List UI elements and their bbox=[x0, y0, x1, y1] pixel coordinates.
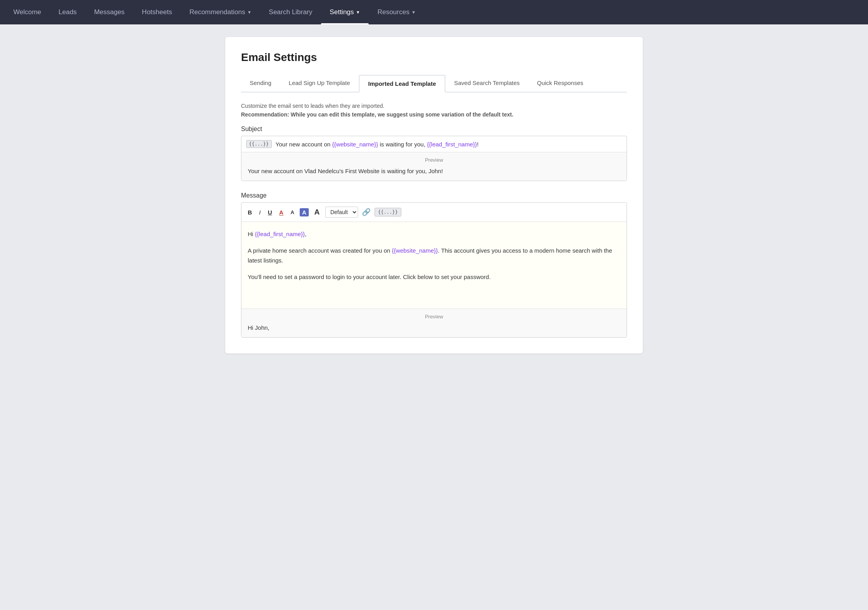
chevron-down-icon: ▼ bbox=[356, 10, 360, 15]
nav-recommendations[interactable]: Recommendations ▼ bbox=[181, 0, 260, 24]
subject-preview-label: Preview bbox=[248, 157, 620, 163]
message-para1: Hi {{lead_first_name}}, bbox=[248, 229, 620, 239]
chevron-down-icon: ▼ bbox=[247, 10, 252, 15]
message-label: Message bbox=[241, 192, 627, 199]
message-para3: You'll need to set a password to login t… bbox=[248, 272, 620, 282]
template-badge: {{...}} bbox=[246, 140, 272, 148]
page-title: Email Settings bbox=[241, 51, 627, 64]
tab-quick-responses[interactable]: Quick Responses bbox=[529, 75, 592, 92]
subject-var1: {{website_name}} bbox=[332, 141, 378, 148]
nav-welcome[interactable]: Welcome bbox=[5, 0, 50, 24]
message-body[interactable]: Hi {{lead_first_name}}, A private home s… bbox=[241, 222, 627, 309]
message-para2: A private home search account was create… bbox=[248, 246, 620, 266]
subject-input-row[interactable]: {{...}} Your new account on {{website_na… bbox=[241, 136, 627, 152]
nav-leads[interactable]: Leads bbox=[50, 0, 85, 24]
nav-resources[interactable]: Resources ▼ bbox=[369, 0, 424, 24]
nav-hotsheets[interactable]: Hotsheets bbox=[133, 0, 181, 24]
highlight-a-button[interactable]: A bbox=[300, 208, 309, 216]
nav-search-library[interactable]: Search Library bbox=[260, 0, 321, 24]
small-a-button[interactable]: A bbox=[289, 209, 296, 216]
message-var2: {{website_name}} bbox=[392, 247, 438, 254]
italic-button[interactable]: I bbox=[258, 208, 262, 216]
subject-preview-section: Preview Your new account on Vlad Nedelcu… bbox=[241, 152, 627, 181]
message-preview-label: Preview bbox=[248, 314, 620, 320]
color-a-button[interactable]: A bbox=[278, 208, 285, 216]
message-preview-section: Preview Hi John, bbox=[241, 309, 627, 337]
bold-button[interactable]: B bbox=[246, 208, 254, 216]
chevron-down-icon: ▼ bbox=[412, 10, 416, 15]
message-var1: {{lead_first_name}} bbox=[255, 231, 305, 237]
message-toolbar: B I U A A A A Default 🔗 {{...}} bbox=[241, 203, 627, 222]
description-bold: Recommendation: While you can edit this … bbox=[241, 111, 627, 118]
tab-sending[interactable]: Sending bbox=[241, 75, 280, 92]
underline-button[interactable]: U bbox=[266, 208, 274, 216]
tab-bar: Sending Lead Sign Up Template Imported L… bbox=[241, 75, 627, 92]
message-box: B I U A A A A Default 🔗 {{...}} Hi {{lea… bbox=[241, 202, 627, 338]
subject-var2: {{lead_first_name}} bbox=[427, 141, 477, 148]
subject-box: {{...}} Your new account on {{website_na… bbox=[241, 136, 627, 181]
large-a-button[interactable]: A bbox=[313, 207, 321, 217]
main-nav: Welcome Leads Messages Hotsheets Recomme… bbox=[0, 0, 868, 24]
subject-preview-text: Your new account on Vlad Nedelcu's First… bbox=[248, 166, 620, 176]
link-icon[interactable]: 🔗 bbox=[362, 208, 371, 216]
tab-imported-lead[interactable]: Imported Lead Template bbox=[359, 75, 445, 92]
font-select[interactable]: Default bbox=[325, 207, 358, 218]
subject-label: Subject bbox=[241, 126, 627, 133]
subject-text: Your new account on {{website_name}} is … bbox=[276, 141, 622, 148]
message-preview-text: Hi John, bbox=[248, 323, 620, 333]
template-btn[interactable]: {{...}} bbox=[375, 208, 402, 216]
nav-messages[interactable]: Messages bbox=[85, 0, 133, 24]
description-normal: Customize the email sent to leads when t… bbox=[241, 103, 627, 109]
nav-settings[interactable]: Settings ▼ bbox=[321, 0, 369, 24]
email-settings-page: Email Settings Sending Lead Sign Up Temp… bbox=[225, 37, 643, 353]
tab-lead-signup[interactable]: Lead Sign Up Template bbox=[280, 75, 359, 92]
tab-saved-search[interactable]: Saved Search Templates bbox=[445, 75, 529, 92]
